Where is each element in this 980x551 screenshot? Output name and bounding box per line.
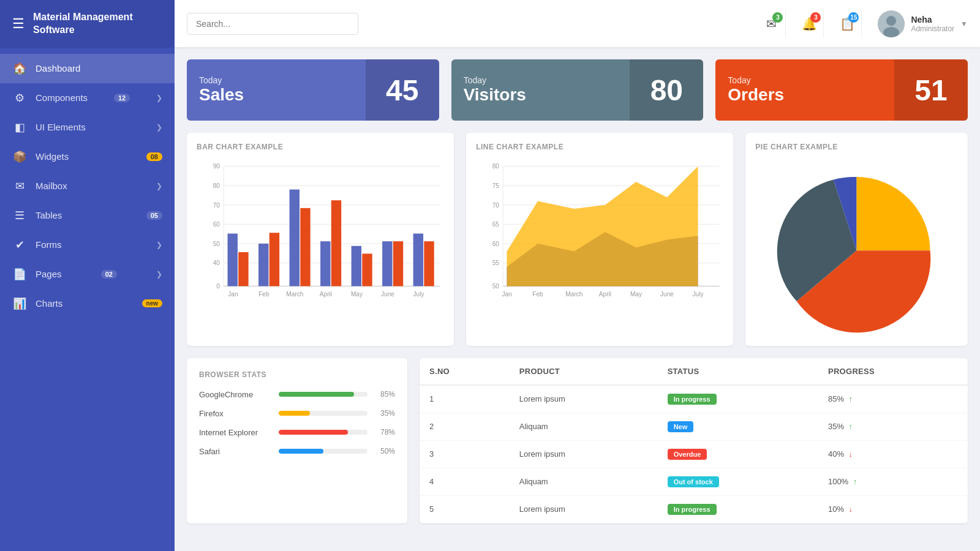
table-body: 1 Lorem ipsum In progress 85% ↑ 2 Aliqua… — [420, 385, 968, 523]
table-row: 4 Aliquam Out of stock 100% ↑ — [420, 468, 968, 495]
sidebar-label-dashboard: Dashboard — [36, 63, 80, 73]
line-chart-svg: 80 75 70 65 60 55 50 Jan Feb March April — [476, 159, 723, 313]
sidebar-item-dashboard[interactable]: 🏠 Dashboard — [0, 54, 175, 83]
sidebar-label-widgets: Widgets — [36, 151, 69, 162]
bell-button[interactable]: 🔔 3 — [796, 10, 824, 38]
svg-text:90: 90 — [213, 163, 221, 170]
svg-rect-24 — [320, 241, 330, 286]
table-header-row: S.NO PRODUCT STATUS PROGRESS — [420, 358, 968, 385]
browser-pct: 50% — [374, 447, 395, 455]
bell-badge: 3 — [810, 12, 821, 23]
svg-rect-26 — [352, 246, 361, 287]
sidebar-nav: 🏠 Dashboard ⚙ Components 12 ❯ ◧ UI Eleme… — [0, 48, 175, 551]
svg-rect-18 — [228, 234, 238, 287]
cell-product: Lorem ipsum — [510, 495, 658, 523]
stat-sales-value: 45 — [366, 59, 439, 121]
stat-sales-label: Today — [199, 75, 353, 85]
bar-chart-title: BAR CHART EXAMPLE — [197, 143, 444, 151]
browser-name: GoogleChrome — [199, 390, 273, 399]
svg-text:40: 40 — [213, 260, 221, 266]
sidebar-title: Material ManagementSoftware — [33, 11, 133, 37]
charts-icon: 📊 — [12, 297, 27, 310]
cell-product: Lorem ipsum — [510, 385, 658, 413]
progress-arrow-icon: ↑ — [853, 477, 858, 486]
svg-text:60: 60 — [213, 221, 221, 228]
progress-bar-bg — [279, 411, 368, 416]
line-chart-title: LINE CHART EXAMPLE — [476, 143, 723, 151]
sidebar-item-components[interactable]: ⚙ Components 12 ❯ — [0, 83, 175, 113]
cell-sno: 2 — [420, 413, 510, 440]
user-role: Administrator — [911, 24, 954, 33]
svg-rect-19 — [238, 252, 248, 287]
progress-arrow-icon: ↑ — [849, 394, 853, 403]
stat-orders-value: 51 — [894, 59, 968, 121]
search-input[interactable] — [187, 13, 358, 35]
cell-sno: 1 — [420, 385, 510, 413]
pie-chart-svg — [755, 159, 958, 334]
list-button[interactable]: 📋 15 — [834, 10, 862, 38]
user-area[interactable]: Neha Administrator ▼ — [872, 10, 968, 37]
stat-sales-left: Today Sales — [187, 66, 366, 114]
stat-orders-left: Today Orders — [715, 66, 894, 114]
browser-name: Firefox — [199, 409, 273, 418]
cell-product: Aliquam — [510, 413, 658, 440]
cell-status: Overdue — [658, 440, 818, 468]
stat-card-visitors: Today Visitors 80 — [451, 59, 704, 121]
user-name: Neha — [911, 15, 954, 24]
svg-text:Jan: Jan — [228, 291, 238, 298]
list-badge: 15 — [848, 12, 859, 23]
sidebar-item-tables[interactable]: ☰ Tables 05 — [0, 201, 175, 230]
chevron-ui-elements-icon: ❯ — [156, 123, 162, 132]
bottom-row: BROWSER STATS GoogleChrome 85% Firefox 3… — [187, 358, 968, 523]
browser-rows: GoogleChrome 85% Firefox 35% Internet Ex… — [199, 390, 395, 456]
cell-sno: 4 — [420, 468, 510, 495]
svg-text:Jan: Jan — [502, 291, 512, 298]
svg-rect-25 — [331, 200, 341, 286]
svg-text:March: March — [566, 291, 583, 298]
sidebar-item-widgets[interactable]: 📦 Widgets 08 — [0, 142, 175, 171]
hamburger-icon[interactable]: ☰ — [12, 16, 24, 32]
cell-progress: 85% ↑ — [818, 385, 968, 413]
cell-product: Aliquam — [510, 468, 658, 495]
avatar — [878, 10, 905, 37]
table-row: 2 Aliquam New 35% ↑ — [420, 413, 968, 440]
status-badge: In progress — [668, 504, 717, 515]
chevron-components-icon: ❯ — [156, 94, 162, 102]
svg-text:80: 80 — [492, 163, 500, 170]
svg-text:0: 0 — [216, 283, 220, 290]
sidebar-item-pages[interactable]: 📄 Pages 02 ❯ — [0, 260, 175, 289]
browser-row: GoogleChrome 85% — [199, 390, 395, 399]
sidebar-label-ui-elements: UI Elements — [36, 122, 86, 132]
progress-arrow-icon: ↑ — [849, 422, 853, 431]
svg-rect-30 — [413, 234, 423, 287]
svg-text:75: 75 — [492, 182, 500, 189]
chevron-mailbox-icon: ❯ — [156, 182, 162, 190]
badge-components: 12 — [114, 94, 130, 102]
sidebar-item-charts[interactable]: 📊 Charts new — [0, 289, 175, 318]
cell-product: Lorem ipsum — [510, 440, 658, 468]
sidebar-label-components: Components — [36, 92, 88, 103]
sidebar-item-forms[interactable]: ✔ Forms ❯ — [0, 230, 175, 260]
bar-chart-card: BAR CHART EXAMPLE 90 80 70 60 5 — [187, 133, 454, 346]
sidebar-item-mailbox[interactable]: ✉ Mailbox ❯ — [0, 171, 175, 201]
svg-text:May: May — [630, 291, 643, 298]
stat-orders-label: Today — [728, 75, 882, 85]
table-head: S.NO PRODUCT STATUS PROGRESS — [420, 358, 968, 385]
cell-progress: 35% ↑ — [818, 413, 968, 440]
stat-orders-title: Orders — [728, 85, 882, 105]
cell-progress: 10% ↓ — [818, 495, 968, 523]
svg-point-1 — [886, 16, 896, 26]
svg-text:55: 55 — [492, 260, 500, 266]
progress-bar-fill — [279, 392, 354, 397]
svg-text:July: July — [413, 291, 424, 298]
cell-status: In progress — [658, 385, 818, 413]
svg-text:April: April — [320, 291, 332, 298]
table-row: 5 Lorem ipsum In progress 10% ↓ — [420, 495, 968, 523]
status-badge: In progress — [668, 394, 717, 405]
cell-status: In progress — [658, 495, 818, 523]
sidebar-item-ui-elements[interactable]: ◧ UI Elements ❯ — [0, 113, 175, 142]
svg-rect-22 — [290, 190, 300, 287]
cell-progress: 40% ↓ — [818, 440, 968, 468]
mail-button[interactable]: ✉ 3 — [758, 10, 786, 38]
cell-status: New — [658, 413, 818, 440]
